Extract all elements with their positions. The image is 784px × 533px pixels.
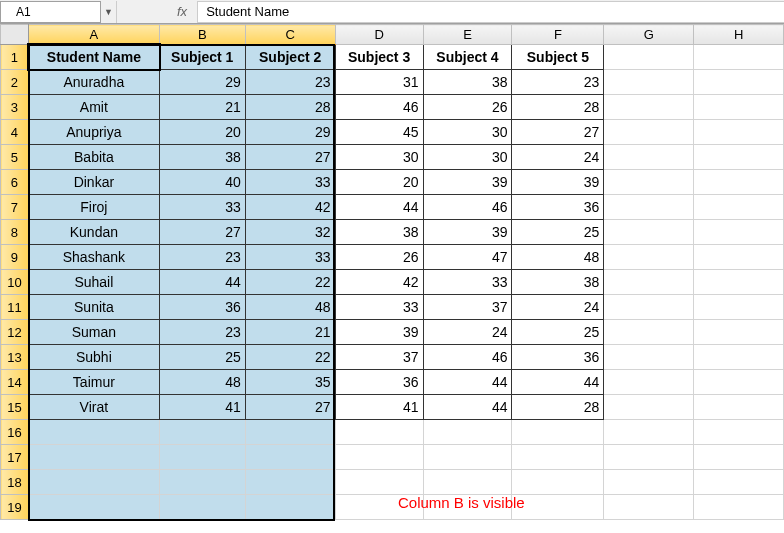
cell-E7[interactable]: 46 [423,195,512,220]
cell-A12[interactable]: Suman [28,320,159,345]
cell-C19[interactable] [245,495,335,520]
cell-G17[interactable] [604,445,694,470]
cell-H6[interactable] [694,170,784,195]
cell-B14[interactable]: 48 [159,370,245,395]
cell-H12[interactable] [694,320,784,345]
row-header-7[interactable]: 7 [1,195,29,220]
row-header-9[interactable]: 9 [1,245,29,270]
cell-A10[interactable]: Suhail [28,270,159,295]
cell-A3[interactable]: Amit [28,95,159,120]
cell-F5[interactable]: 24 [512,145,604,170]
cell-F6[interactable]: 39 [512,170,604,195]
cell-C7[interactable]: 42 [245,195,335,220]
cell-G2[interactable] [604,70,694,95]
row-header-4[interactable]: 4 [1,120,29,145]
cell-A8[interactable]: Kundan [28,220,159,245]
cell-B6[interactable]: 40 [159,170,245,195]
cell-C1[interactable]: Subject 2 [245,45,335,70]
cell-G16[interactable] [604,420,694,445]
cell-C15[interactable]: 27 [245,395,335,420]
cell-B1[interactable]: Subject 1 [159,45,245,70]
cell-G6[interactable] [604,170,694,195]
cell-H14[interactable] [694,370,784,395]
row-header-17[interactable]: 17 [1,445,29,470]
cell-E4[interactable]: 30 [423,120,512,145]
cell-C13[interactable]: 22 [245,345,335,370]
cell-C6[interactable]: 33 [245,170,335,195]
cell-H3[interactable] [694,95,784,120]
cell-D8[interactable]: 38 [335,220,423,245]
cell-D2[interactable]: 31 [335,70,423,95]
cell-F14[interactable]: 44 [512,370,604,395]
cell-A14[interactable]: Taimur [28,370,159,395]
cell-A18[interactable] [28,470,159,495]
row-header-6[interactable]: 6 [1,170,29,195]
cell-A4[interactable]: Anupriya [28,120,159,145]
cell-C12[interactable]: 21 [245,320,335,345]
cell-F8[interactable]: 25 [512,220,604,245]
row-header-3[interactable]: 3 [1,95,29,120]
name-box[interactable]: A1 [0,1,101,23]
cell-G12[interactable] [604,320,694,345]
cell-B16[interactable] [159,420,245,445]
row-header-5[interactable]: 5 [1,145,29,170]
cell-C16[interactable] [245,420,335,445]
cell-H19[interactable] [694,495,784,520]
cell-C10[interactable]: 22 [245,270,335,295]
cell-A5[interactable]: Babita [28,145,159,170]
cell-G7[interactable] [604,195,694,220]
cell-H15[interactable] [694,395,784,420]
cell-E10[interactable]: 33 [423,270,512,295]
cell-D11[interactable]: 33 [335,295,423,320]
cell-G5[interactable] [604,145,694,170]
cell-F12[interactable]: 25 [512,320,604,345]
cell-G13[interactable] [604,345,694,370]
column-header-H[interactable]: H [694,25,784,45]
cell-E6[interactable]: 39 [423,170,512,195]
cell-F7[interactable]: 36 [512,195,604,220]
cell-D13[interactable]: 37 [335,345,423,370]
column-header-G[interactable]: G [604,25,694,45]
cell-B17[interactable] [159,445,245,470]
cell-G14[interactable] [604,370,694,395]
cell-D6[interactable]: 20 [335,170,423,195]
cell-E11[interactable]: 37 [423,295,512,320]
cell-H10[interactable] [694,270,784,295]
cell-H1[interactable] [694,45,784,70]
cell-D3[interactable]: 46 [335,95,423,120]
cell-E5[interactable]: 30 [423,145,512,170]
cell-D17[interactable] [335,445,423,470]
cell-H17[interactable] [694,445,784,470]
cell-G10[interactable] [604,270,694,295]
cell-D12[interactable]: 39 [335,320,423,345]
cell-H4[interactable] [694,120,784,145]
row-header-16[interactable]: 16 [1,420,29,445]
cell-A17[interactable] [28,445,159,470]
row-header-15[interactable]: 15 [1,395,29,420]
column-header-A[interactable]: A [28,25,159,45]
cell-D9[interactable]: 26 [335,245,423,270]
cell-B2[interactable]: 29 [159,70,245,95]
cell-H18[interactable] [694,470,784,495]
row-header-14[interactable]: 14 [1,370,29,395]
cell-H8[interactable] [694,220,784,245]
cell-D10[interactable]: 42 [335,270,423,295]
cell-E18[interactable] [423,470,512,495]
cell-G8[interactable] [604,220,694,245]
cell-F16[interactable] [512,420,604,445]
cell-F3[interactable]: 28 [512,95,604,120]
cell-E8[interactable]: 39 [423,220,512,245]
cell-G19[interactable] [604,495,694,520]
cell-E9[interactable]: 47 [423,245,512,270]
cell-F9[interactable]: 48 [512,245,604,270]
column-header-D[interactable]: D [335,25,423,45]
cell-F11[interactable]: 24 [512,295,604,320]
row-header-8[interactable]: 8 [1,220,29,245]
cell-D16[interactable] [335,420,423,445]
cell-G11[interactable] [604,295,694,320]
cell-B19[interactable] [159,495,245,520]
cell-A2[interactable]: Anuradha [28,70,159,95]
row-header-10[interactable]: 10 [1,270,29,295]
cell-C11[interactable]: 48 [245,295,335,320]
cell-B13[interactable]: 25 [159,345,245,370]
